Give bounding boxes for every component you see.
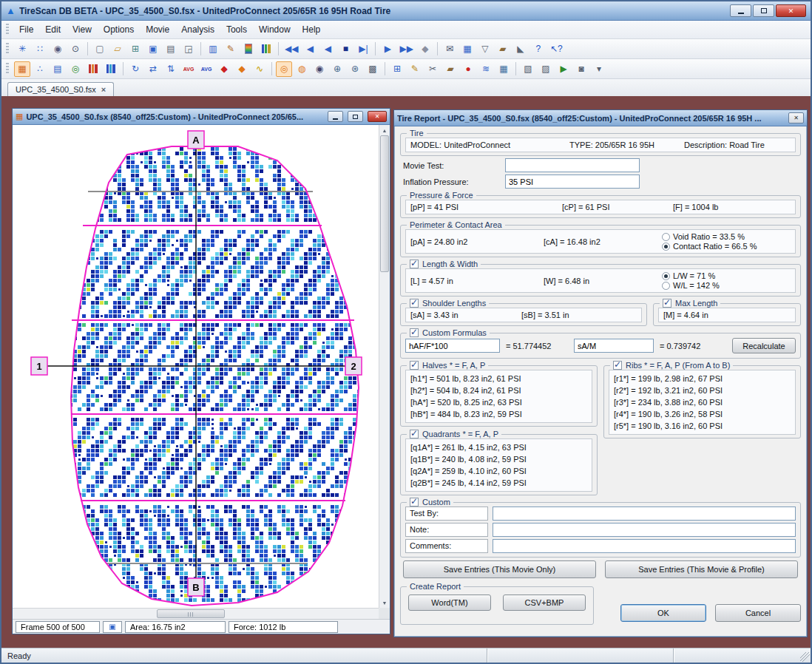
open-folder-icon[interactable]: ▱	[109, 41, 126, 57]
halves-checkbox[interactable]	[410, 361, 419, 370]
save-movie-profile-button[interactable]: Save Entries (This Movie & Profile)	[605, 560, 798, 578]
menu-view[interactable]: View	[67, 22, 98, 37]
export-window-icon[interactable]: ▧	[520, 61, 536, 77]
scroll-up-icon[interactable]: ▲	[379, 125, 390, 135]
target-icon[interactable]: ◎	[276, 61, 292, 77]
dot-matrix-icon[interactable]: ∷	[32, 41, 48, 57]
comments-input[interactable]	[493, 539, 796, 553]
cut-icon[interactable]: ✂	[424, 61, 441, 77]
note-input[interactable]	[493, 523, 796, 537]
menu-movie[interactable]: Movie	[140, 22, 175, 37]
void-ratio-radio-circle[interactable]	[662, 233, 670, 241]
testby-input[interactable]	[493, 507, 796, 521]
new-document-icon[interactable]: ▢	[92, 41, 108, 57]
vertical-scroll-thumb[interactable]	[380, 135, 389, 272]
quadrants-checkbox[interactable]	[410, 430, 419, 438]
toolbar-overflow-icon[interactable]: ▾	[591, 61, 607, 77]
edit-page-icon[interactable]: ✎	[223, 41, 239, 57]
vertical-scrollbar[interactable]: ▲ ▼	[379, 125, 390, 608]
word-report-button[interactable]: Word(TM)	[408, 594, 491, 611]
formula1-input[interactable]	[405, 339, 500, 353]
footprint-view-icon[interactable]: ▦	[14, 61, 30, 77]
data-table-icon[interactable]: ▦	[495, 61, 512, 77]
edit-icon[interactable]: ✎	[407, 61, 423, 77]
horizontal-scroll-thumb[interactable]	[157, 609, 225, 618]
refresh-icon[interactable]: ↻	[127, 61, 143, 77]
close-button[interactable]: ✕	[776, 4, 806, 17]
vertical-scroll-track[interactable]	[379, 272, 390, 597]
save-icon[interactable]: ▣	[145, 41, 161, 57]
sort-icon[interactable]: ⇅	[163, 61, 179, 77]
note-label-box[interactable]: Note:	[405, 523, 488, 537]
curve-icon[interactable]: ∿	[251, 61, 268, 77]
movie-test-input[interactable]	[505, 158, 640, 172]
histogram-red-icon[interactable]	[85, 61, 101, 77]
custom-checkbox[interactable]	[410, 498, 419, 507]
document-tab[interactable]: UPC_35_4500_S0.fsx ×	[7, 82, 114, 96]
lw-ratio-radio[interactable]: L/W = 71 %	[662, 271, 791, 280]
copy-icon[interactable]: ▥	[205, 41, 221, 57]
menu-analysis[interactable]: Analysis	[175, 22, 220, 37]
menubar-grip-handle[interactable]	[6, 24, 9, 35]
toolbar-grip-handle[interactable]	[6, 43, 9, 55]
play-reverse-icon[interactable]: ◀	[319, 41, 336, 57]
menu-options[interactable]: Options	[98, 22, 140, 37]
help-icon[interactable]: ?	[530, 41, 547, 57]
max-length-checkbox[interactable]	[663, 299, 671, 308]
tire-footprint-heatmap[interactable]	[13, 125, 379, 608]
go-last-icon[interactable]: ▶|	[355, 41, 371, 57]
film-icon[interactable]: ▤	[50, 61, 66, 77]
menu-edit[interactable]: Edit	[39, 22, 67, 37]
diamond-orange-icon[interactable]: ◆	[234, 61, 250, 77]
menu-file[interactable]: File	[13, 22, 39, 37]
tab-close-icon[interactable]: ×	[101, 85, 106, 94]
step-back-icon[interactable]: ◀	[302, 41, 318, 57]
cancel-button[interactable]: Cancel	[715, 604, 801, 622]
wl-ratio-radio-circle[interactable]	[662, 282, 670, 290]
snowflake-icon[interactable]: ✳	[14, 41, 30, 57]
mesh-icon[interactable]: ▩	[365, 61, 381, 77]
toolbar-grip-handle-2[interactable]	[6, 63, 9, 75]
maximize-button[interactable]	[753, 4, 774, 17]
pointer-green-icon[interactable]: ▶	[555, 61, 572, 77]
sphere-view-icon[interactable]: ◉	[50, 41, 66, 57]
avg-red-icon[interactable]: AVG	[180, 61, 197, 77]
shoulder-lengths-checkbox[interactable]	[410, 299, 419, 308]
spiral-icon[interactable]: ◍	[294, 61, 310, 77]
grid-import-icon[interactable]: ⊞	[127, 41, 143, 57]
minimize-button[interactable]	[730, 4, 751, 17]
custom-formulas-checkbox[interactable]	[410, 328, 419, 337]
play-icon[interactable]: ▶	[379, 41, 396, 57]
ruler-icon[interactable]: ◣	[512, 41, 529, 57]
table-zoom-icon[interactable]: ▦	[459, 41, 476, 57]
histogram-blue-icon[interactable]	[103, 61, 119, 77]
report-close-button[interactable]: ✕	[788, 112, 804, 123]
globe-mesh-icon[interactable]: ⊛	[347, 61, 363, 77]
globe-grid-icon[interactable]: ⊕	[329, 61, 345, 77]
mail-icon[interactable]: ✉	[441, 41, 458, 57]
zoom-data-icon[interactable]: ⊙	[67, 41, 84, 57]
keyframe-icon[interactable]: ◆	[417, 41, 433, 57]
print-preview-icon[interactable]: ◲	[180, 41, 197, 57]
ribs-checkbox[interactable]	[613, 361, 622, 370]
recalculate-button[interactable]: Recalculate	[732, 338, 796, 353]
mirror-window-icon[interactable]: ▨	[538, 61, 554, 77]
movie-maximize-button[interactable]	[348, 111, 363, 122]
fast-forward-icon[interactable]: ▶▶	[397, 41, 415, 57]
resize-grip[interactable]	[800, 652, 810, 662]
avg-blue-icon[interactable]: AVG	[198, 61, 214, 77]
save-movie-only-button[interactable]: Save Entries (This Movie Only)	[403, 560, 596, 578]
lw-ratio-radio-circle[interactable]	[662, 272, 670, 280]
molecule-icon[interactable]: ∴	[32, 61, 48, 77]
menu-tools[interactable]: Tools	[220, 22, 253, 37]
horizontal-scrollbar[interactable]	[13, 608, 379, 619]
contact-ratio-radio[interactable]: Contact Ratio = 66.5 %	[662, 242, 791, 251]
movie-close-button[interactable]: ✕	[368, 111, 387, 122]
comments-label-box[interactable]: Comments:	[405, 539, 488, 553]
scroll-down-icon[interactable]: ▼	[379, 597, 390, 608]
print-icon[interactable]: ▤	[163, 41, 179, 57]
dual-view-icon[interactable]: ▣	[103, 621, 122, 633]
filter-icon[interactable]: ▽	[477, 41, 493, 57]
movie-minimize-button[interactable]	[328, 111, 343, 122]
color-scale-icon[interactable]	[240, 41, 257, 57]
